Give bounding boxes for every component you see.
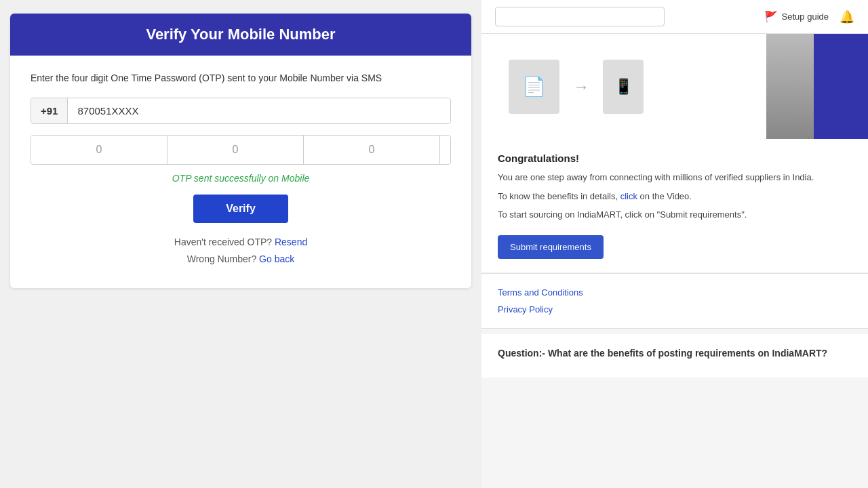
congrats-text2-suffix: on the Video. xyxy=(637,191,692,201)
otp-digit-4[interactable] xyxy=(440,136,451,164)
bell-icon[interactable]: 🔔 xyxy=(840,9,854,24)
video-link[interactable]: click xyxy=(620,191,637,201)
verify-button[interactable]: Verify xyxy=(193,195,288,223)
banner-area: 📄 → 📱 xyxy=(481,34,868,139)
banner-person-image xyxy=(766,34,814,139)
banner-doc-icon: 📄 xyxy=(509,60,559,114)
privacy-link[interactable]: Privacy Policy xyxy=(498,304,852,314)
otp-card: Verify Your Mobile Number Enter the four… xyxy=(10,14,471,288)
right-panel: 🚩 Setup guide 🔔 📄 → 📱 Congratulations! Y… xyxy=(481,0,868,488)
otp-instruction: Enter the four digit One Time Password (… xyxy=(31,72,451,85)
wrong-number-label: Wrong Number? xyxy=(187,253,256,264)
havent-received-label: Haven't received OTP? xyxy=(174,237,272,247)
go-back-link[interactable]: Go back xyxy=(259,253,294,264)
congrats-text3-prefix: To start sourcing on IndiaMART, click on xyxy=(498,209,657,220)
setup-guide-label: Setup guide xyxy=(782,12,829,22)
otp-title: Verify Your Mobile Number xyxy=(146,26,335,43)
congrats-text2-prefix: To know the benefits in details, xyxy=(498,191,620,201)
search-input[interactable] xyxy=(495,7,665,26)
phone-prefix: +91 xyxy=(31,98,68,123)
otp-header: Verify Your Mobile Number xyxy=(10,14,471,56)
congrats-text3-quote: "Submit requirements" xyxy=(657,209,745,220)
faq-title: Question:- What are the benefits of post… xyxy=(498,348,852,359)
terms-link[interactable]: Terms and Conditions xyxy=(498,287,852,298)
submit-requirements-button[interactable]: Submit requirements xyxy=(498,235,604,259)
otp-digits-row xyxy=(31,135,451,165)
flag-icon: 🚩 xyxy=(764,10,778,23)
otp-body: Enter the four digit One Time Password (… xyxy=(10,56,471,288)
divider-2 xyxy=(481,328,868,329)
congrats-text2: To know the benefits in details, click o… xyxy=(498,190,852,203)
otp-footer-links: Haven't received OTP? Resend Wrong Numbe… xyxy=(31,234,451,268)
footer-links-section: Terms and Conditions Privacy Policy xyxy=(481,274,868,328)
banner-arrow-icon: → xyxy=(573,77,589,96)
setup-guide-button[interactable]: 🚩 Setup guide xyxy=(764,10,829,23)
right-topbar: 🚩 Setup guide 🔔 xyxy=(481,0,868,34)
congrats-text3-suffix: . xyxy=(745,209,747,220)
congrats-text3: To start sourcing on IndiaMART, click on… xyxy=(498,208,852,222)
left-panel: Verify Your Mobile Number Enter the four… xyxy=(0,0,481,488)
banner-mobile-icon: 📱 xyxy=(603,60,644,114)
phone-number-input[interactable] xyxy=(68,98,450,123)
resend-link[interactable]: Resend xyxy=(275,237,307,247)
otp-digit-3[interactable] xyxy=(304,136,440,164)
otp-success-message: OTP sent successfully on Mobile xyxy=(31,173,451,184)
faq-section: Question:- What are the benefits of post… xyxy=(481,334,868,378)
congrats-text1: You are one step away from connecting wi… xyxy=(498,171,852,184)
phone-input-row: +91 xyxy=(31,98,451,124)
otp-digit-2[interactable] xyxy=(167,136,304,164)
otp-digit-1[interactable] xyxy=(31,136,167,164)
banner-purple-stripe xyxy=(814,34,868,139)
congrats-section: Congratulations! You are one step away f… xyxy=(481,139,868,273)
congrats-title: Congratulations! xyxy=(498,152,852,164)
